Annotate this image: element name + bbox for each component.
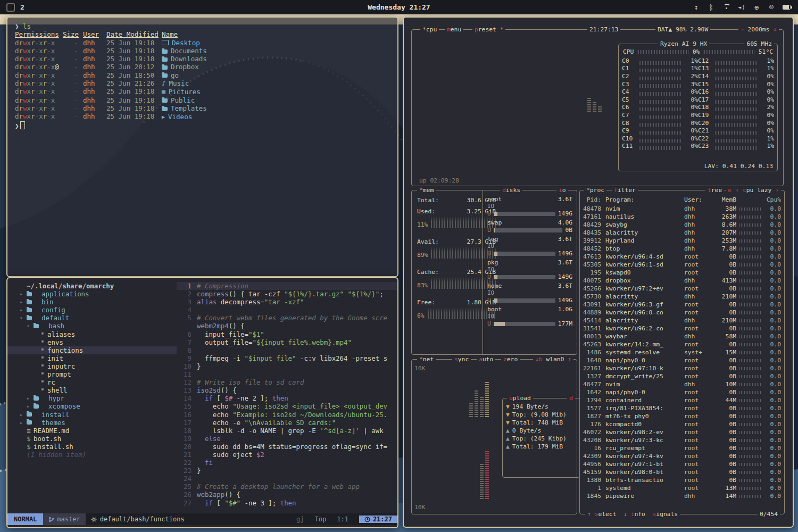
process-row[interactable]: 40013 waybar dhh 58M 0.0 xyxy=(581,332,783,340)
tree-item[interactable]: inputrc xyxy=(7,362,177,370)
net-box-title[interactable]: *net xyxy=(417,355,436,363)
proc-footer-controls[interactable]: ↑ select ↓ info signals xyxy=(585,510,680,518)
net-upload-toggle[interactable]: upload xyxy=(507,394,533,402)
volume-icon[interactable] xyxy=(738,3,745,12)
account-icon[interactable] xyxy=(768,3,775,12)
percore-toggle[interactable]: e xyxy=(726,186,734,194)
process-row[interactable]: 46072 kworker/u98:2-ev root 0B 0.0 xyxy=(581,428,783,436)
process-row[interactable]: 176 kcompactd0 root 0B 0.0 xyxy=(581,420,783,428)
net-interface-switcher[interactable]: ↓b wlan0 ↑ xyxy=(533,355,573,363)
tree-item[interactable]: config xyxy=(7,306,177,314)
tree-item[interactable]: bash xyxy=(7,322,177,330)
process-row[interactable]: 45263 kworker/14:2-mm_ root 0B 0.0 xyxy=(581,340,783,348)
tree-item[interactable]: applications xyxy=(7,290,177,298)
battery-icon[interactable] xyxy=(783,3,791,12)
tree-item[interactable]: shell xyxy=(7,386,177,394)
tree-item[interactable]: envs xyxy=(7,338,177,346)
process-row[interactable]: 22161 kworker/u97:10-k root 0B 0.0 xyxy=(581,364,783,372)
process-user: root xyxy=(684,356,712,364)
process-row[interactable]: 1486 systemd-resolve syst+ 15M 0.0 xyxy=(581,348,783,356)
core-row: C22 1% xyxy=(698,135,774,143)
tree-item[interactable]: hypr xyxy=(7,394,177,402)
process-row[interactable]: 1794 containerd root 44M 0.0 xyxy=(581,396,783,404)
process-row[interactable]: 48477 nvim dhh 10M 0.0 xyxy=(581,380,783,388)
tree-item[interactable]: init xyxy=(7,354,177,362)
net-zero-button[interactable]: zero xyxy=(501,355,520,363)
tree-item[interactable]: boot.sh xyxy=(7,435,177,443)
process-row[interactable]: 1845 pipewire dhh 14M 0.0 xyxy=(581,492,783,500)
btop-window[interactable]: *cpu menu preset * 21:27:13 BAT▲ 98% 2.9… xyxy=(403,16,794,528)
process-row[interactable]: 1380 btrfs-transactio root 0B 0.0 xyxy=(581,476,783,484)
process-row[interactable]: 43091 kworker/u96:3-gf root 0B 0.0 xyxy=(581,301,783,309)
process-row[interactable]: 44956 kworker/u97:1-bt root 0B 0.0 xyxy=(581,460,783,468)
tree-item[interactable]: prompt xyxy=(7,370,177,378)
process-row[interactable]: 1640 napi/phy0-0 root 0B 0.0 xyxy=(581,356,783,364)
process-row[interactable]: 48452 btop dhh 7.8M 0.0 xyxy=(581,245,783,253)
process-row[interactable]: 40075 dropbox dhh 413M 0.0 xyxy=(581,277,783,285)
header-program[interactable]: Program: xyxy=(605,196,684,204)
process-cpu: 0.0 xyxy=(764,412,783,420)
net-auto-button[interactable]: auto xyxy=(477,355,495,363)
process-row[interactable]: 48478 nvim dhh 38M 0.0 xyxy=(581,205,783,213)
process-row[interactable]: 45159 kworker/u98:0-bt root 0B 0.0 xyxy=(581,468,783,476)
tree-item[interactable]: bin xyxy=(7,298,177,306)
update-interval-control[interactable]: - 2000ms + xyxy=(738,26,779,34)
tree-item[interactable]: aliases xyxy=(7,330,177,338)
header-user[interactable]: User: xyxy=(684,196,712,204)
preset-button[interactable]: preset * xyxy=(472,26,505,34)
bluetooth-icon[interactable] xyxy=(708,3,715,12)
process-row[interactable]: 44889 kworker/u96:0-co root 0B 0.0 xyxy=(581,309,783,317)
process-row[interactable]: 47161 nautilus dhh 263M 0.0 xyxy=(581,213,783,221)
process-row[interactable]: 45414 alacritty dhh 210M 0.0 xyxy=(581,317,783,325)
process-row[interactable]: 31541 kworker/u96:2-co root 0B 0.0 xyxy=(581,325,783,332)
tree-item[interactable]: install xyxy=(7,411,177,419)
process-row[interactable]: 45266 kworker/u97:2+ev root 0B 0.0 xyxy=(581,285,783,293)
process-user: root xyxy=(684,269,712,277)
net-download-toggle[interactable]: d xyxy=(567,394,575,402)
process-row[interactable]: 43208 kworker/u97:3-kc root 0B 0.0 xyxy=(581,436,783,444)
tree-toggle[interactable]: tree xyxy=(705,186,724,194)
cpu-box-title[interactable]: *cpu xyxy=(420,26,439,34)
core-row: C17 0% xyxy=(698,96,774,104)
menu-button[interactable]: menu xyxy=(445,26,463,34)
process-row[interactable]: 1827 mt76-tx phy0 root 0B 0.0 xyxy=(581,412,783,420)
tree-item[interactable]: functions xyxy=(7,346,177,354)
code-buffer[interactable]: 1 # Compression 2 compress() { tar -czf … xyxy=(177,278,397,513)
tree-item[interactable]: install.sh xyxy=(7,443,177,451)
process-row[interactable]: 45305 kworker/u96:1-sd root 0B 0.0 xyxy=(581,261,783,269)
process-row[interactable]: 48435 alacritty dhh 207M 0.0 xyxy=(581,229,783,237)
process-row[interactable]: 47613 kworker/u96:4-sd root 0B 0.0 xyxy=(581,253,783,261)
network-icon[interactable] xyxy=(753,3,760,12)
editor-window[interactable]: ~/.local/share/omarchy applications xyxy=(6,277,398,528)
process-row[interactable]: 195 kswapd0 root 0B 0.0 xyxy=(581,269,783,277)
header-cpu[interactable]: Cpu% xyxy=(764,196,783,204)
wifi-icon[interactable] xyxy=(722,3,730,12)
tree-item[interactable]: (1 hidden item) xyxy=(7,451,177,459)
process-row[interactable]: 1577 irq/81-PIXA3854: root 0B 0.0 xyxy=(581,404,783,412)
process-row[interactable]: 1 systemd root 13M 0.0 xyxy=(581,484,783,492)
tree-item[interactable]: README.md xyxy=(7,427,177,435)
header-pid[interactable]: Pid: xyxy=(581,196,605,204)
filter-button[interactable]: filter xyxy=(612,186,638,194)
proc-box-title[interactable]: *proc xyxy=(584,186,606,194)
tree-item[interactable]: themes xyxy=(7,419,177,427)
process-row[interactable]: 1327 dmcrypt_write/25 root 0B 0.0 xyxy=(581,372,783,380)
tree-item[interactable]: default xyxy=(7,314,177,322)
net-sync-button[interactable]: sync xyxy=(452,355,471,363)
process-row[interactable]: 39912 Hyprland dhh 253M 0.0 xyxy=(581,237,783,245)
process-row[interactable]: 48429 swaybg dhh 8.6M 0.0 xyxy=(581,221,783,229)
process-row[interactable]: 42309 kworker/u97:4-kv root 0B 0.0 xyxy=(581,452,783,460)
terminal-window[interactable]: ❯ ls Permissions Size User Date Modified… xyxy=(6,16,398,277)
core-label: C7 xyxy=(622,112,637,119)
header-mem[interactable]: MemB xyxy=(712,196,736,204)
process-row[interactable]: 45730 alacritty dhh 210M 0.0 xyxy=(581,293,783,301)
process-row[interactable]: 16 rcu_preempt root 0B 0.0 xyxy=(581,444,783,452)
tree-item[interactable]: rc xyxy=(7,378,177,386)
tree-item[interactable]: ~/.local/share/omarchy xyxy=(7,282,177,290)
updown-icon[interactable] xyxy=(693,3,700,12)
process-row[interactable]: 1642 napi/phy0-0 root 0B 0.0 xyxy=(581,388,783,396)
sort-control[interactable]: ‹ cpu lazy › xyxy=(733,186,781,194)
tree-item[interactable]: xcompose xyxy=(7,402,177,410)
prompt-line-empty[interactable]: ❯ xyxy=(15,121,397,130)
line-number: 11 xyxy=(177,370,197,378)
